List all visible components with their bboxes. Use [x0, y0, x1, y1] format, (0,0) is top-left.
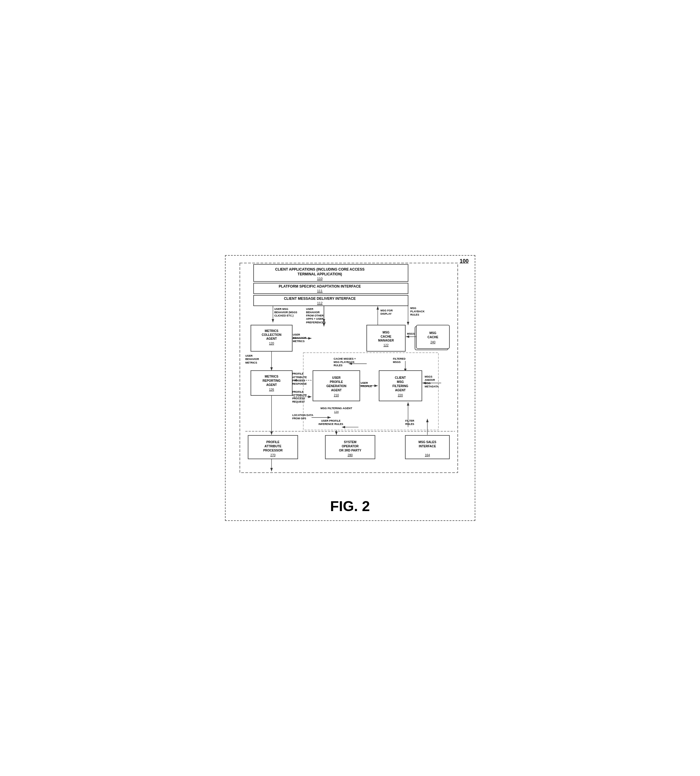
- arrow-msg-playback2: PLAYBACK: [410, 310, 425, 313]
- client-msg-filter-label3: FILTERING: [392, 385, 408, 388]
- msg-filtering-agent-label: MSG FILTERING AGENT: [320, 407, 352, 410]
- arrow-msgs-metadata: MSGS: [424, 375, 432, 378]
- profile-attr-proc-label: PROFILE: [266, 440, 279, 444]
- arrow-cache-misses3: RULES: [333, 364, 342, 367]
- arrow-user-behavior-metrics: USER: [293, 333, 300, 336]
- arrow-user-behavior-other5: PREFERENCES: [306, 321, 325, 324]
- metrics-collection-label2: COLLECTION: [262, 333, 281, 336]
- arrow-user-profile: USER: [361, 381, 368, 385]
- client-msg-ref: 112: [317, 301, 322, 305]
- msg-cache-mgr-label2: CACHE: [380, 335, 391, 338]
- arrow-profile-attr-req3: PROCESS: [292, 397, 305, 400]
- arrow-cache-misses2: MSG PLAYBACK: [333, 361, 355, 363]
- arrow-user-beh-metrics-down3: METRICS: [245, 361, 257, 364]
- sys-operator-label3: OR 3RD PARTY: [339, 449, 361, 452]
- arrow-user-profile2: PROFILE: [361, 385, 372, 388]
- arrow-profile-attr-resp2: ATTRIBUTE: [292, 376, 307, 379]
- client-msg-filter-label4: AGENT: [395, 389, 405, 392]
- msg-filtering-agent-ref: 124: [334, 410, 338, 413]
- profile-attr-proc-label2: ATTRIBUTE: [264, 445, 281, 448]
- msg-cache-mgr-label: MSG: [382, 331, 389, 334]
- arrow-user-behavior-other: USER: [306, 308, 313, 311]
- main-diagram: 100 CLIENT APPLICATIONS (INCLUDING CORE …: [225, 255, 475, 521]
- arrow-user-msg-behavior2: BEHAVIOR (MSGS: [274, 311, 297, 314]
- user-profile-gen-label: USER: [332, 376, 341, 380]
- arrow-location-data: LOCATION DATA: [292, 414, 313, 416]
- msg-cache-mgr-label3: MANAGER: [378, 339, 394, 342]
- user-profile-gen-ref: 210: [334, 394, 339, 397]
- sys-operator-label: SYSTEM: [344, 440, 357, 444]
- msg-cache-mgr-ref: 122: [383, 344, 388, 347]
- client-msg-filter-ref: 220: [398, 394, 403, 397]
- user-profile-gen-label2: PROFILE: [330, 380, 343, 383]
- metrics-reporting-label: METRICS: [265, 375, 278, 378]
- client-msg-label: CLIENT MESSAGE DELIVERY INTERFACE: [284, 296, 355, 301]
- arrow-cache-misses: CACHE MISSES +: [333, 357, 355, 360]
- arrow-filtered-msgs2: MSGS: [393, 361, 400, 363]
- arrow-msgs-metadata2: AND/OR: [424, 378, 435, 381]
- arrow-user-behavior-metrics2: BEHAVIOR: [293, 336, 306, 340]
- metrics-collection-label3: AGENT: [266, 337, 277, 340]
- fig-caption: FIG. 2: [232, 498, 469, 515]
- arrow-profile-attr-req: PROFILE: [292, 390, 303, 393]
- diagram-ref-100: 100: [460, 258, 468, 264]
- arrow-user-behavior-other2: BEHAVIOR: [306, 311, 320, 314]
- page-container: 100 CLIENT APPLICATIONS (INCLUDING CORE …: [216, 246, 484, 530]
- arrow-user-beh-metrics-down2: BEHAVIOR: [245, 358, 259, 361]
- arrow-user-behavior-other3: FROM OTHER: [306, 314, 323, 317]
- arrow-msg-playback: MSG: [410, 306, 416, 310]
- arrow-filter-rules2: RULES: [405, 423, 414, 426]
- arrow-profile-attr-resp3: PROCESS: [292, 379, 305, 382]
- metrics-reporting-ref: 126: [269, 388, 274, 391]
- arrow-user-behavior-other4: APPS + USER: [306, 317, 323, 320]
- arrow-location-data2: FROM GPS: [292, 417, 306, 420]
- platform-ref: 111: [317, 289, 322, 293]
- metrics-reporting-label3: AGENT: [266, 383, 277, 386]
- arrow-filter-rules: FILTER: [405, 419, 415, 422]
- client-msg-filter-label: CLIENT: [395, 376, 406, 380]
- arrow-user-msg-behavior: USER MSG: [274, 308, 288, 311]
- arrow-msgs-metadata4: METADATA: [424, 385, 439, 388]
- arrow-profile-attr-req4: REQUEST: [292, 400, 305, 403]
- sys-operator-ref: 280: [347, 453, 353, 457]
- arrow-msg-playback3: RULES: [410, 313, 419, 316]
- msg-cache-ref: 240: [430, 341, 435, 344]
- arrow-msgs: MSGS: [407, 332, 415, 335]
- diagram-svg: CLIENT APPLICATIONS (INCLUDING CORE ACCE…: [232, 261, 469, 488]
- arrow-profile-attr-resp4: RESPONSE: [292, 382, 307, 385]
- msg-sales-label2: INTERFACE: [419, 445, 436, 448]
- arrow-msgs-metadata3: MSG: [424, 382, 430, 385]
- sys-operator-label2: OPERATOR: [342, 445, 358, 448]
- user-profile-gen-label3: GENERATION: [326, 385, 346, 388]
- msg-sales-label: MSG SALES: [418, 440, 436, 444]
- arrow-msg-display: MSG FOR: [380, 309, 393, 312]
- metrics-collection-ref: 120: [269, 342, 274, 345]
- arrow-user-behavior-metrics3: METRICS: [293, 340, 305, 343]
- user-profile-gen-label4: AGENT: [331, 389, 342, 392]
- profile-attr-proc-label3: PROCESSOR: [263, 449, 283, 452]
- profile-attr-proc-ref: 270: [270, 453, 275, 457]
- arrow-user-beh-metrics-down: USER: [245, 354, 253, 357]
- msg-cache-label2: CACHE: [427, 336, 438, 339]
- metrics-collection-label: METRICS: [265, 329, 278, 333]
- msg-cache-label: MSG: [429, 331, 436, 335]
- arrow-profile-attr-resp: PROFILE: [292, 373, 303, 375]
- metrics-reporting-label2: REPORTING: [262, 379, 280, 382]
- arrow-profile-attr-req2: ATTRIBUTE: [292, 394, 307, 396]
- platform-label: PLATFORM SPECIFIC ADAPTATION INTERFACE: [278, 284, 361, 288]
- arrow-user-profile-inference: USER PROFILE: [321, 419, 340, 422]
- client-msg-filter-label2: MSG: [397, 380, 403, 383]
- client-apps-label: CLIENT APPLICATIONS (INCLUDING CORE ACCE…: [275, 267, 365, 271]
- client-apps-label2: TERMINAL APPLICATION): [297, 272, 342, 276]
- client-apps-ref: 110: [317, 277, 322, 280]
- arrow-msg-display2: DISPLAY: [380, 312, 391, 315]
- arrow-filtered-msgs: FILTERED: [393, 357, 405, 360]
- arrow-user-msg-behavior3: CLICKED ETC.): [274, 314, 293, 317]
- msg-sales-ref: 164: [425, 453, 430, 457]
- arrow-user-profile-inference2: INFERENCE RULES: [318, 423, 343, 426]
- svg-rect-11: [367, 325, 405, 351]
- diagram-content: CLIENT APPLICATIONS (INCLUDING CORE ACCE…: [232, 261, 469, 489]
